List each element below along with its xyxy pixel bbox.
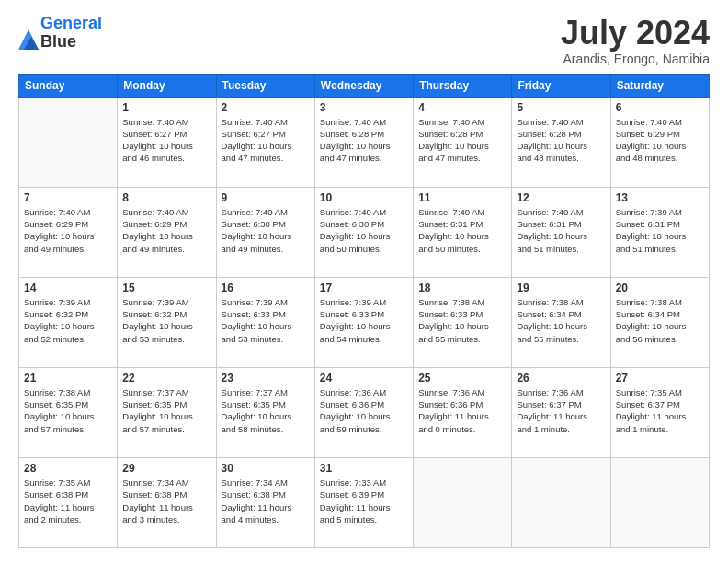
day-info: Sunrise: 7:35 AM Sunset: 6:37 PM Dayligh… [616,386,704,435]
day-info: Sunrise: 7:35 AM Sunset: 6:38 PM Dayligh… [24,477,112,525]
calendar-cell: 26Sunrise: 7:36 AM Sunset: 6:37 PM Dayli… [512,367,610,457]
calendar-week-0: 1Sunrise: 7:40 AM Sunset: 6:27 PM Daylig… [19,97,710,187]
calendar-cell: 2Sunrise: 7:40 AM Sunset: 6:27 PM Daylig… [216,97,314,187]
day-info: Sunrise: 7:38 AM Sunset: 6:34 PM Dayligh… [616,296,704,345]
calendar-cell: 20Sunrise: 7:38 AM Sunset: 6:34 PM Dayli… [610,277,709,367]
col-tuesday: Tuesday [216,74,314,97]
day-number: 1 [122,101,210,114]
calendar-cell: 23Sunrise: 7:37 AM Sunset: 6:35 PM Dayli… [216,367,314,457]
day-info: Sunrise: 7:33 AM Sunset: 6:39 PM Dayligh… [320,477,408,525]
calendar-cell: 4Sunrise: 7:40 AM Sunset: 6:28 PM Daylig… [414,97,512,187]
day-number: 18 [418,282,506,294]
calendar-cell: 6Sunrise: 7:40 AM Sunset: 6:29 PM Daylig… [610,97,709,187]
calendar-cell: 3Sunrise: 7:40 AM Sunset: 6:28 PM Daylig… [314,97,413,187]
day-number: 8 [122,191,210,204]
calendar-cell: 29Sunrise: 7:34 AM Sunset: 6:38 PM Dayli… [118,457,216,547]
day-info: Sunrise: 7:39 AM Sunset: 6:33 PM Dayligh… [320,296,408,345]
day-info: Sunrise: 7:34 AM Sunset: 6:38 PM Dayligh… [222,477,310,525]
calendar-table: Sunday Monday Tuesday Wednesday Thursday… [18,74,710,548]
day-number: 22 [122,372,210,385]
calendar-cell: 10Sunrise: 7:40 AM Sunset: 6:30 PM Dayli… [314,187,413,277]
calendar-cell: 15Sunrise: 7:39 AM Sunset: 6:32 PM Dayli… [118,277,216,367]
calendar-cell: 7Sunrise: 7:40 AM Sunset: 6:29 PM Daylig… [19,187,118,277]
day-info: Sunrise: 7:40 AM Sunset: 6:30 PM Dayligh… [320,206,408,255]
calendar-cell: 5Sunrise: 7:40 AM Sunset: 6:28 PM Daylig… [512,97,610,187]
day-number: 10 [320,191,408,204]
day-number: 27 [616,372,704,385]
calendar-cell [414,457,512,547]
calendar-cell: 8Sunrise: 7:40 AM Sunset: 6:29 PM Daylig… [118,187,216,277]
calendar-cell: 1Sunrise: 7:40 AM Sunset: 6:27 PM Daylig… [118,97,216,187]
day-info: Sunrise: 7:40 AM Sunset: 6:29 PM Dayligh… [122,206,210,255]
col-sunday: Sunday [19,74,118,97]
calendar-cell: 11Sunrise: 7:40 AM Sunset: 6:31 PM Dayli… [414,187,512,277]
day-number: 24 [320,372,408,385]
day-info: Sunrise: 7:40 AM Sunset: 6:29 PM Dayligh… [24,206,112,255]
day-number: 2 [222,101,310,114]
day-number: 7 [24,191,112,204]
header: GeneralBlue July 2024 Arandis, Erongo, N… [18,15,710,66]
day-info: Sunrise: 7:36 AM Sunset: 6:37 PM Dayligh… [517,386,605,435]
calendar-cell: 9Sunrise: 7:40 AM Sunset: 6:30 PM Daylig… [216,187,314,277]
day-number: 21 [24,372,112,385]
calendar-cell: 28Sunrise: 7:35 AM Sunset: 6:38 PM Dayli… [19,457,118,547]
day-info: Sunrise: 7:37 AM Sunset: 6:35 PM Dayligh… [122,386,210,435]
day-info: Sunrise: 7:40 AM Sunset: 6:27 PM Dayligh… [122,116,210,165]
calendar-cell: 22Sunrise: 7:37 AM Sunset: 6:35 PM Dayli… [118,367,216,457]
day-info: Sunrise: 7:40 AM Sunset: 6:28 PM Dayligh… [320,116,408,165]
day-number: 15 [122,282,210,294]
day-info: Sunrise: 7:40 AM Sunset: 6:31 PM Dayligh… [517,206,605,255]
day-number: 11 [418,191,506,204]
calendar-week-4: 28Sunrise: 7:35 AM Sunset: 6:38 PM Dayli… [19,457,710,547]
day-number: 13 [616,191,704,204]
col-thursday: Thursday [414,74,512,97]
calendar-cell [610,457,709,547]
day-info: Sunrise: 7:40 AM Sunset: 6:28 PM Dayligh… [517,116,605,165]
day-number: 20 [616,282,704,294]
day-info: Sunrise: 7:40 AM Sunset: 6:29 PM Dayligh… [616,116,704,165]
location: Arandis, Erongo, Namibia [561,52,710,66]
calendar-cell: 13Sunrise: 7:39 AM Sunset: 6:31 PM Dayli… [610,187,709,277]
day-number: 17 [320,282,408,294]
day-number: 19 [517,282,605,294]
day-info: Sunrise: 7:36 AM Sunset: 6:36 PM Dayligh… [418,386,506,435]
day-info: Sunrise: 7:40 AM Sunset: 6:30 PM Dayligh… [222,206,310,255]
col-wednesday: Wednesday [314,74,413,97]
day-info: Sunrise: 7:39 AM Sunset: 6:32 PM Dayligh… [122,296,210,345]
page: GeneralBlue July 2024 Arandis, Erongo, N… [0,0,728,563]
day-info: Sunrise: 7:36 AM Sunset: 6:36 PM Dayligh… [320,386,408,435]
day-info: Sunrise: 7:39 AM Sunset: 6:33 PM Dayligh… [222,296,310,345]
calendar-cell: 18Sunrise: 7:38 AM Sunset: 6:33 PM Dayli… [414,277,512,367]
calendar-cell: 31Sunrise: 7:33 AM Sunset: 6:39 PM Dayli… [314,457,413,547]
logo-icon [18,29,39,50]
day-number: 9 [222,191,310,204]
calendar-cell: 24Sunrise: 7:36 AM Sunset: 6:36 PM Dayli… [314,367,413,457]
day-number: 5 [517,101,605,114]
calendar-cell: 21Sunrise: 7:38 AM Sunset: 6:35 PM Dayli… [19,367,118,457]
day-number: 4 [418,101,506,114]
day-info: Sunrise: 7:40 AM Sunset: 6:27 PM Dayligh… [222,116,310,165]
title-area: July 2024 Arandis, Erongo, Namibia [561,15,710,66]
day-number: 12 [517,191,605,204]
day-number: 30 [222,462,310,475]
calendar-cell: 12Sunrise: 7:40 AM Sunset: 6:31 PM Dayli… [512,187,610,277]
calendar-cell: 14Sunrise: 7:39 AM Sunset: 6:32 PM Dayli… [19,277,118,367]
day-info: Sunrise: 7:38 AM Sunset: 6:33 PM Dayligh… [418,296,506,345]
day-info: Sunrise: 7:39 AM Sunset: 6:31 PM Dayligh… [616,206,704,255]
calendar-cell: 16Sunrise: 7:39 AM Sunset: 6:33 PM Dayli… [216,277,314,367]
day-number: 16 [222,282,310,294]
day-number: 3 [320,101,408,114]
calendar-cell [512,457,610,547]
day-number: 31 [320,462,408,475]
calendar-cell: 19Sunrise: 7:38 AM Sunset: 6:34 PM Dayli… [512,277,610,367]
calendar-cell: 25Sunrise: 7:36 AM Sunset: 6:36 PM Dayli… [414,367,512,457]
day-info: Sunrise: 7:37 AM Sunset: 6:35 PM Dayligh… [222,386,310,435]
day-number: 6 [616,101,704,114]
calendar-week-1: 7Sunrise: 7:40 AM Sunset: 6:29 PM Daylig… [19,187,710,277]
day-number: 23 [222,372,310,385]
day-number: 25 [418,372,506,385]
day-number: 28 [24,462,112,475]
day-info: Sunrise: 7:38 AM Sunset: 6:34 PM Dayligh… [517,296,605,345]
calendar-header-row: Sunday Monday Tuesday Wednesday Thursday… [19,74,710,97]
month-title: July 2024 [561,15,710,52]
